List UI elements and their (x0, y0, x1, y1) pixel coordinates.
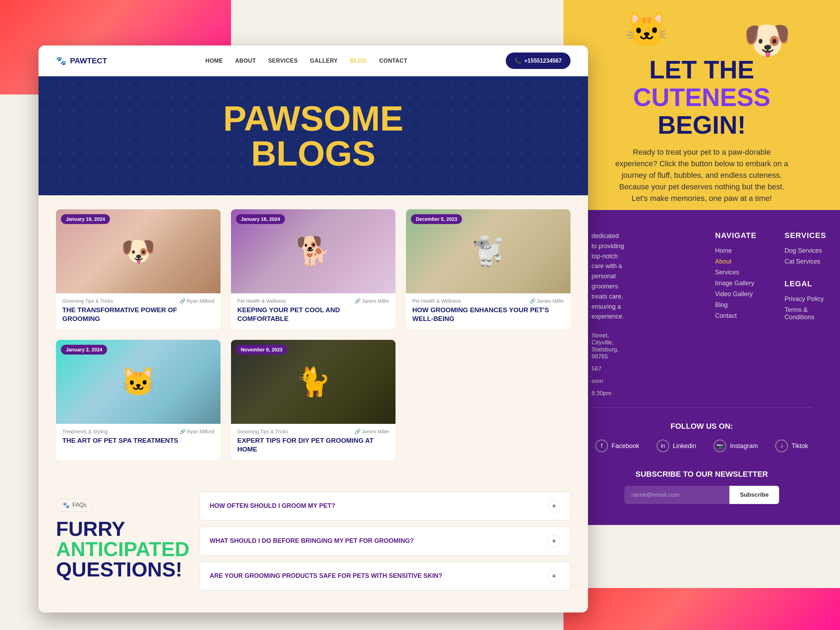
faq-section: 🐾 FAQs FURRY ANTICIPATED QUESTIONS! HOW … (38, 474, 588, 608)
date-badge-5: November 8, 2023 (236, 345, 287, 355)
footer-link-about[interactable]: About (715, 258, 756, 265)
blog-title-3: HOW GROOMING ENHANCES YOUR PET'S WELL-BE… (406, 306, 570, 329)
faq-expand-1[interactable]: + (548, 500, 561, 512)
paw-icon: 🐾 (63, 502, 69, 508)
date-badge-3: December 5, 2023 (411, 214, 462, 224)
blog-category-1: Grooming Tips & Tricks (62, 298, 113, 304)
blog-author-1: 🔗 Ryan Milford (180, 298, 214, 304)
footer-link-blog[interactable]: Blog (715, 302, 756, 309)
blog-card-empty (406, 340, 570, 460)
blog-title-2: KEEPING YOUR PET COOL AND COMFORTABLE (231, 306, 395, 329)
blog-title-5: EXPERT TIPS FOR DIY PET GROOMING AT HOME (231, 436, 395, 460)
blog-card-4[interactable]: January 2, 2024 Treatments & Styling 🔗 R… (56, 340, 221, 460)
date-badge-2: January 18, 2024 (236, 214, 285, 224)
blog-meta-3: Pet Health & Wellness 🔗 James Miller (406, 293, 570, 306)
blog-meta-2: Pet Health & Wellness 🔗 James Miller (231, 293, 395, 306)
blog-category-4: Treatments & Styling (62, 429, 107, 434)
blog-category-5: Grooming Tips & Tricks (237, 429, 288, 434)
logo-paw-icon: 🐾 (56, 56, 66, 66)
nav-gallery[interactable]: GALLERY (310, 58, 338, 64)
faq-item-1[interactable]: HOW OFTEN SHOULD I GROOM MY PET? + (199, 492, 570, 521)
footer-link-privacy[interactable]: Privacy Policy (784, 295, 826, 303)
blog-image-4: January 2, 2024 (56, 340, 221, 424)
footer-link-contact[interactable]: Contact (715, 312, 756, 319)
tiktok-icon: ♪ (775, 440, 788, 452)
faq-question-1: HOW OFTEN SHOULD I GROOM MY PET? (210, 502, 335, 510)
blog-card-1[interactable]: January 19, 2024 Grooming Tips & Tricks … (56, 209, 221, 329)
footer-link-home[interactable]: Home (715, 247, 756, 254)
footer-link-cat-services[interactable]: Cat Services (784, 258, 826, 265)
cta-headline: LET THE CUTENESS BEGIN! (592, 56, 812, 139)
newsletter-email-input[interactable] (624, 486, 729, 504)
linkedin-link[interactable]: in Linkedin (657, 440, 696, 452)
faq-expand-3[interactable]: + (548, 570, 561, 583)
website-container: 🐾 PAWTECT HOME ABOUT SERVICES GALLERY BL… (38, 46, 588, 613)
logo-text: PAWTECT (70, 56, 107, 65)
phone-button[interactable]: 📞 +15551234567 (506, 52, 570, 69)
instagram-icon: 📷 (714, 440, 726, 452)
phone-number: +15551234567 (524, 58, 562, 64)
blog-image-5: November 8, 2023 (231, 340, 395, 424)
footer-link-dog-services[interactable]: Dog Services (784, 247, 826, 254)
footer-link-video-gallery[interactable]: Video Gallery (715, 291, 756, 298)
blog-category-3: Pet Health & Wellness (412, 298, 461, 304)
cta-section: LET THE CUTENESS BEGIN! Ready to treat y… (564, 0, 840, 210)
blog-grid-bottom: January 2, 2024 Treatments & Styling 🔗 R… (56, 340, 570, 460)
linkedin-icon: in (657, 440, 669, 452)
blog-meta-4: Treatments & Styling 🔗 Ryan Milford (56, 424, 221, 436)
date-badge-4: January 2, 2024 (61, 345, 107, 355)
instagram-link[interactable]: 📷 Instagram (714, 440, 758, 452)
nav-contact[interactable]: CONTACT (379, 58, 407, 64)
footer-legal-col: LEGAL Privacy Policy Terms & Conditions (784, 279, 826, 321)
newsletter-form: Subscribe (592, 486, 812, 504)
cta-description: Ready to treat your pet to a paw-dorable… (614, 146, 789, 204)
blog-author-5: 🔗 James Miller (355, 429, 389, 434)
blog-grid-top: January 19, 2024 Grooming Tips & Tricks … (56, 209, 570, 329)
nav-about[interactable]: ABOUT (235, 58, 256, 64)
blog-meta-5: Grooming Tips & Tricks 🔗 James Miller (231, 424, 395, 436)
footer-services-col: SERVICES Dog Services Cat Services (784, 231, 826, 265)
faq-main-title: FURRY ANTICIPATED QUESTIONS! (56, 519, 178, 579)
blog-image-3: December 5, 2023 (406, 209, 570, 293)
subscribe-button[interactable]: Subscribe (729, 486, 779, 504)
blog-title-1: THE TRANSFORMATIVE POWER OF GROOMING (56, 306, 221, 329)
facebook-icon: f (595, 440, 608, 452)
footer-about: dedicated to providing top-notch care wi… (592, 231, 624, 397)
blog-image-1: January 19, 2024 (56, 209, 221, 293)
cat-illustration: 🐱 (625, 9, 668, 50)
nav-home[interactable]: HOME (205, 58, 223, 64)
date-badge-1: January 19, 2024 (61, 214, 110, 224)
faq-question-3: ARE YOUR GROOMING PRODUCTS SAFE FOR PETS… (210, 572, 442, 579)
navbar: 🐾 PAWTECT HOME ABOUT SERVICES GALLERY BL… (38, 46, 588, 76)
logo: 🐾 PAWTECT (56, 56, 107, 66)
dog-illustration: 🐶 (743, 17, 791, 63)
nav-links: HOME ABOUT SERVICES GALLERY BLOG CONTACT (205, 58, 407, 64)
hero-title: PAWSOME BLOGS (56, 101, 570, 171)
blog-category-2: Pet Health & Wellness (237, 298, 286, 304)
tiktok-link[interactable]: ♪ Tiktok (775, 440, 808, 452)
follow-title: FOLLOW US ON: (592, 422, 812, 431)
footer-bottom: FOLLOW US ON: f Facebook in Linkedin 📷 I… (592, 407, 812, 504)
facebook-link[interactable]: f Facebook (595, 440, 639, 452)
nav-services[interactable]: SERVICES (268, 58, 298, 64)
blog-card-5[interactable]: November 8, 2023 Grooming Tips & Tricks … (231, 340, 395, 460)
footer-link-image-gallery[interactable]: Image Gallery (715, 279, 756, 287)
blog-author-3: 🔗 James Miller (529, 298, 564, 304)
social-links: f Facebook in Linkedin 📷 Instagram ♪ Tik… (592, 440, 812, 452)
footer-link-services[interactable]: Services (715, 269, 756, 276)
faq-title-area: 🐾 FAQs FURRY ANTICIPATED QUESTIONS! (56, 492, 178, 591)
faq-expand-2[interactable]: + (548, 535, 561, 547)
blog-author-2: 🔗 James Miller (355, 298, 389, 304)
blog-card-2[interactable]: January 18, 2024 Pet Health & Wellness 🔗… (231, 209, 395, 329)
faq-item-2[interactable]: WHAT SHOULD I DO BEFORE BRINGING MY PET … (199, 527, 570, 556)
blog-card-3[interactable]: December 5, 2023 Pet Health & Wellness 🔗… (406, 209, 570, 329)
faq-item-3[interactable]: ARE YOUR GROOMING PRODUCTS SAFE FOR PETS… (199, 562, 570, 591)
faq-list: HOW OFTEN SHOULD I GROOM MY PET? + WHAT … (199, 492, 570, 591)
nav-blog[interactable]: BLOG (350, 58, 367, 64)
hero-banner: PAWSOME BLOGS (38, 76, 588, 195)
footer-navigate-col: NAVIGATE Home About Services Image Galle… (715, 231, 756, 397)
footer-section: dedicated to providing top-notch care wi… (564, 210, 840, 525)
blog-section: January 19, 2024 Grooming Tips & Tricks … (38, 195, 588, 474)
blog-author-4: 🔗 Ryan Milford (180, 429, 214, 434)
footer-link-terms[interactable]: Terms & Conditions (784, 306, 826, 321)
